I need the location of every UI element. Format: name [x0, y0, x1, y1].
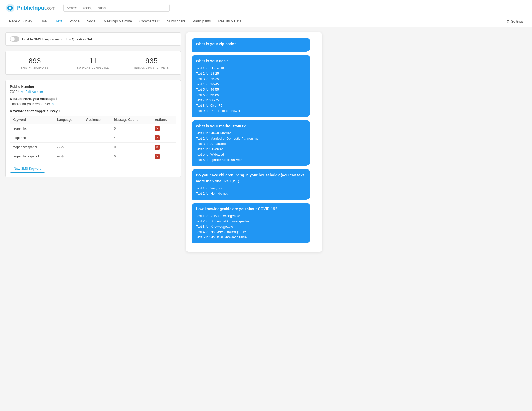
stat-inbound-participants: 935 INBOUND PARTICIPANTS [122, 51, 181, 74]
logo: PublicInput.com [5, 3, 55, 13]
search-bar[interactable] [63, 4, 170, 12]
edit-thank-you-icon[interactable]: ✎ [52, 102, 54, 106]
sms-option: Text 5 for 46-55 [196, 87, 306, 92]
count-cell: 0 [111, 143, 152, 152]
sms-toggle-switch[interactable] [10, 36, 19, 42]
public-number-value: 73224 ✎ Edit Number [10, 90, 176, 94]
audience-cell [84, 133, 111, 143]
sms-option: Text 2 for No, I do not [196, 191, 306, 196]
delete-keyword-button[interactable]: ✕ [155, 145, 160, 150]
main-content: Enable SMS Responses for this Question S… [0, 27, 532, 411]
keywords-table: Keyword Language Audience Message Count … [10, 116, 176, 161]
sms-bubble: What is your age?Text 1 for Under 18Text… [192, 55, 310, 117]
actions-cell: ✕ [152, 124, 176, 133]
sms-option: Text 2 for 18-25 [196, 71, 306, 76]
sms-option: Text 3 for Separated [196, 141, 306, 147]
sms-question: How knowledgeable are you about COVID-19… [196, 206, 306, 212]
sms-bubble: Do you have children living in your hous… [192, 169, 310, 200]
nav-email[interactable]: Email [36, 16, 52, 27]
right-panel: What is your zip code?What is your age?T… [186, 32, 322, 406]
col-language: Language [55, 116, 84, 124]
sms-question: Do you have children living in your hous… [196, 172, 306, 184]
count-cell: 0 [111, 124, 152, 133]
keyword-cell: reopenhc [10, 133, 55, 143]
table-row: reopenhc 4 ✕ [10, 133, 176, 143]
logo-icon [5, 3, 15, 13]
sms-option: Text 1 for Very knowledgeable [196, 213, 306, 219]
nav-page-survey[interactable]: Page & Survey [5, 16, 36, 27]
audience-cell [84, 152, 111, 161]
nav-comments[interactable]: Comments ⟳ [136, 16, 163, 27]
col-audience: Audience [84, 116, 111, 124]
toggle-knob [10, 37, 15, 41]
actions-cell: ✕ [152, 143, 176, 152]
keywords-table-body: reopen hc 0 ✕ reopenhc 4 ✕ reopenhcespan… [10, 124, 176, 161]
settings-button[interactable]: Settings [503, 18, 527, 25]
inbound-participants-label: INBOUND PARTICIPANTS [125, 66, 178, 69]
stat-surveys-completed: 11 SURVEYS COMPLETED [64, 51, 123, 74]
inbound-participants-number: 935 [125, 57, 178, 65]
delete-keyword-button[interactable]: ✕ [155, 154, 160, 159]
info-section: Public Number: 73224 ✎ Edit Number Defau… [5, 80, 181, 177]
delete-keyword-button[interactable]: ✕ [155, 135, 160, 140]
sms-option: Text 1 for Yes, I do [196, 186, 306, 191]
keyword-cell: reopen hc [10, 124, 55, 133]
sms-option: Text 1 for Never Married [196, 131, 306, 136]
sms-preview: What is your zip code?What is your age?T… [186, 32, 322, 252]
new-sms-keyword-button[interactable]: New SMS Keyword [10, 165, 45, 173]
nav-subscribers[interactable]: Subscribers [163, 16, 189, 27]
table-row: reopenhcespanol es ⚙ 0 ✕ [10, 143, 176, 152]
nav-meetings-offline[interactable]: Meetings & Offline [100, 16, 136, 27]
svg-point-1 [9, 7, 11, 9]
keywords-label: Keywords that trigger survey ℹ [10, 109, 176, 113]
col-actions: Actions [152, 116, 176, 124]
sms-question: What is your zip code? [196, 41, 306, 47]
sms-bubble: What is your zip code? [192, 38, 310, 52]
language-cell: es ⚙ [55, 143, 84, 152]
sms-bubble: How knowledgeable are you about COVID-19… [192, 203, 310, 243]
sms-option: Text 4 for Not very knowledgeable [196, 229, 306, 235]
nav-phone[interactable]: Phone [66, 16, 83, 27]
audience-cell [84, 143, 111, 152]
nav-participants[interactable]: Participants [189, 16, 215, 27]
sms-option: Text 7 for 66-75 [196, 98, 306, 103]
logo-text: PublicInput.com [17, 5, 55, 11]
keyword-cell: reopen hc espanol [10, 152, 55, 161]
info-icon: ℹ [56, 97, 57, 101]
keywords-info-icon: ℹ [59, 109, 60, 113]
main-nav: Page & Survey Email Text Phone Social Me… [0, 16, 532, 27]
delete-keyword-button[interactable]: ✕ [155, 126, 160, 131]
edit-number-link[interactable]: Edit Number [25, 90, 43, 94]
language-cell [55, 133, 84, 143]
language-cell [55, 124, 84, 133]
sms-toggle-label: Enable SMS Responses for this Question S… [22, 37, 92, 41]
stats-row: 893 SMS PARTICIPANTS 11 SURVEYS COMPLETE… [5, 51, 181, 75]
table-row: reopen hc 0 ✕ [10, 124, 176, 133]
lang-flag: es ⚙ [57, 155, 81, 158]
sms-option: Text 9 for Prefer not to answer [196, 108, 306, 114]
sms-option: Text 5 for Not at all knowledgeable [196, 235, 306, 240]
surveys-completed-label: SURVEYS COMPLETED [67, 66, 120, 69]
count-cell: 4 [111, 133, 152, 143]
keyword-cell: reopenhcespanol [10, 143, 55, 152]
lang-flag: es ⚙ [57, 146, 81, 149]
nav-text[interactable]: Text [52, 16, 66, 27]
sms-option: Text 6 for 56-65 [196, 92, 306, 98]
sms-toggle-row: Enable SMS Responses for this Question S… [5, 32, 181, 46]
left-panel: Enable SMS Responses for this Question S… [5, 32, 181, 406]
sms-option: Text 4 for Divorced [196, 147, 306, 152]
app-header: PublicInput.com [0, 0, 532, 16]
sms-question: What is your marital status? [196, 123, 306, 129]
nav-social[interactable]: Social [83, 16, 100, 27]
sms-option: Text 5 for Widowed [196, 152, 306, 157]
table-row: reopen hc espanol es ⚙ 0 ✕ [10, 152, 176, 161]
search-input[interactable] [63, 4, 170, 12]
surveys-completed-number: 11 [67, 57, 120, 65]
edit-number-icon[interactable]: ✎ [21, 90, 24, 94]
nav-results-data[interactable]: Results & Data [215, 16, 245, 27]
language-cell: es ⚙ [55, 152, 84, 161]
sms-option: Text 3 for 26-35 [196, 76, 306, 82]
actions-cell: ✕ [152, 152, 176, 161]
sms-option: Text 3 for Knowledgeable [196, 224, 306, 229]
sms-bubble: What is your marital status?Text 1 for N… [192, 120, 310, 166]
